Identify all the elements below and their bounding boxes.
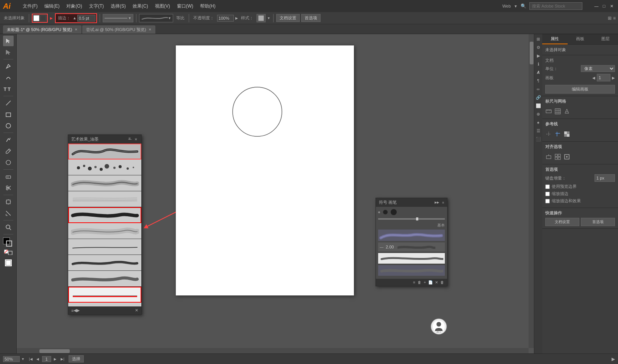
pen-slider-thumb[interactable] bbox=[416, 217, 418, 220]
opacity-arrow[interactable]: ▶ bbox=[235, 16, 238, 20]
side-icon-7[interactable]: ∞ bbox=[535, 86, 542, 92]
horizontal-scrollbar[interactable] bbox=[17, 348, 529, 353]
side-icon-9[interactable]: ⬜ bbox=[535, 102, 542, 109]
artboard-value[interactable] bbox=[597, 74, 610, 81]
guides-icon[interactable] bbox=[554, 131, 561, 137]
pen-footer-icon-4[interactable]: 📄 bbox=[428, 280, 433, 284]
stroke-color-swatch[interactable] bbox=[6, 241, 12, 247]
menu-text[interactable]: 文字(T) bbox=[86, 2, 107, 11]
horizontal-scroll-thumb[interactable] bbox=[39, 349, 70, 353]
tool-ellipse[interactable] bbox=[3, 120, 14, 131]
web-label[interactable]: Web bbox=[502, 4, 511, 8]
keyboard-increment-input[interactable] bbox=[595, 174, 615, 182]
menu-view[interactable]: 视图(V) bbox=[152, 2, 173, 11]
search-input[interactable] bbox=[529, 2, 582, 10]
prev-page-btn[interactable]: ◀ bbox=[35, 356, 41, 362]
zoom-dropdown[interactable]: ▼ bbox=[21, 357, 25, 361]
brush-item-9[interactable] bbox=[68, 271, 141, 287]
pen-dot-medium[interactable] bbox=[383, 210, 388, 214]
opacity-input[interactable] bbox=[217, 15, 234, 22]
menu-window[interactable]: 窗口(W) bbox=[174, 2, 196, 11]
tool-select[interactable] bbox=[3, 36, 14, 46]
vertical-scroll-thumb[interactable] bbox=[530, 42, 534, 64]
fill-swatch[interactable] bbox=[33, 15, 39, 21]
pen-footer-icon-5[interactable]: ✕ bbox=[435, 280, 438, 284]
tool-pen[interactable] bbox=[3, 61, 14, 72]
pen-size-value[interactable]: 2.00 bbox=[386, 245, 394, 249]
brush-item-5[interactable] bbox=[68, 207, 141, 223]
minimize-button[interactable]: — bbox=[593, 3, 600, 9]
grid-icon[interactable] bbox=[554, 108, 561, 115]
pen-dot-small[interactable] bbox=[378, 211, 380, 213]
brush-selector[interactable]: ▼ bbox=[139, 14, 173, 22]
style-swatch[interactable] bbox=[257, 14, 266, 22]
scale-effects-checkbox[interactable] bbox=[545, 199, 550, 203]
brush-item-7[interactable] bbox=[68, 239, 141, 255]
tool-curvature[interactable] bbox=[3, 72, 14, 83]
props-tab-properties[interactable]: 属性 bbox=[542, 34, 568, 44]
props-tab-layers[interactable]: 图层 bbox=[593, 34, 618, 44]
brush-item-4[interactable] bbox=[68, 191, 141, 207]
menu-object[interactable]: 对象(O) bbox=[63, 2, 85, 11]
tool-direct-select[interactable] bbox=[3, 47, 14, 58]
side-icon-2[interactable]: ⚙ bbox=[535, 44, 542, 51]
brush-list[interactable] bbox=[68, 144, 141, 306]
menu-icon[interactable]: ≡ bbox=[613, 16, 616, 21]
side-icon-5[interactable]: A bbox=[535, 69, 542, 76]
edit-artboard-btn[interactable]: 编辑画板 bbox=[545, 85, 615, 94]
stroke-swatch[interactable] bbox=[40, 15, 46, 21]
pen-footer-icon-3[interactable]: + bbox=[424, 280, 426, 284]
snap-to-document-icon[interactable] bbox=[563, 153, 570, 160]
round-corner-checkbox[interactable] bbox=[545, 192, 550, 196]
pen-footer-icon-6[interactable]: 🗑 bbox=[440, 280, 444, 284]
tab-0-close[interactable]: ✕ bbox=[75, 28, 78, 31]
tool-artboard[interactable] bbox=[3, 197, 14, 207]
artboard-next[interactable]: ▶ bbox=[612, 76, 615, 80]
zoom-input[interactable] bbox=[3, 356, 20, 362]
props-tab-artboard[interactable]: 画板 bbox=[568, 34, 593, 44]
preview-border-checkbox[interactable] bbox=[545, 184, 550, 189]
page-number[interactable] bbox=[42, 356, 51, 362]
doc-settings-btn[interactable]: 文档设置 bbox=[276, 14, 300, 22]
brush-item-3[interactable] bbox=[68, 175, 141, 191]
canvas-area[interactable]: 艺术效果_油墨 — ✕ ≡ bbox=[17, 34, 534, 353]
tool-blob-brush[interactable] bbox=[3, 157, 14, 168]
brush-selector-arrow[interactable]: ▼ bbox=[168, 16, 171, 20]
snap-to-grid-icon[interactable] bbox=[554, 153, 561, 160]
props-unit-select[interactable]: 像素 bbox=[581, 65, 615, 72]
tool-type[interactable]: T T bbox=[3, 84, 14, 94]
stroke-color-group[interactable] bbox=[32, 14, 48, 23]
tool-slice[interactable] bbox=[3, 208, 14, 219]
menu-help[interactable]: 帮助(H) bbox=[197, 2, 219, 11]
side-icon-11[interactable]: ♠ bbox=[535, 119, 542, 126]
close-button[interactable]: ✕ bbox=[608, 3, 615, 9]
tab-1-close[interactable]: ✕ bbox=[149, 28, 152, 31]
brush-prev-btn[interactable]: ◀ bbox=[74, 308, 77, 313]
brush-item-8[interactable] bbox=[68, 255, 141, 271]
restore-button[interactable]: □ bbox=[601, 3, 607, 9]
stroke-up-arrow[interactable]: ▲ bbox=[73, 16, 77, 20]
stroke-dropdown-arrow[interactable]: ▼ bbox=[128, 16, 131, 20]
brush-next-btn[interactable]: ▶ bbox=[77, 308, 80, 313]
snap-to-pixel-icon[interactable] bbox=[545, 153, 552, 160]
grid-perspective-icon[interactable] bbox=[563, 108, 570, 115]
artboard-selector[interactable]: 选择 bbox=[69, 355, 84, 362]
side-icon-6[interactable]: ¶ bbox=[535, 77, 542, 84]
brush-close-btn[interactable]: ✕ bbox=[135, 308, 138, 313]
side-icon-8[interactable]: 🔗 bbox=[535, 94, 542, 101]
tool-scissors[interactable] bbox=[3, 183, 14, 193]
menu-select[interactable]: 选择(S) bbox=[108, 2, 129, 11]
pen-dot-large[interactable] bbox=[391, 209, 397, 215]
arrange-icon[interactable]: ⊞ bbox=[608, 16, 612, 21]
pen-panel-menu[interactable]: ≡ bbox=[442, 201, 444, 205]
tool-line[interactable] bbox=[3, 98, 14, 108]
stroke-style-dropdown[interactable]: ▼ bbox=[103, 14, 133, 22]
pen-panel-header[interactable]: 符号 画笔 ▶▶ ≡ bbox=[376, 198, 447, 207]
pen-brush-row-selected[interactable] bbox=[378, 265, 445, 276]
artboard-prev[interactable]: ◀ bbox=[592, 76, 595, 80]
side-icon-4[interactable]: ℹ bbox=[535, 61, 542, 67]
transparency-grid-icon[interactable] bbox=[563, 131, 570, 137]
pen-footer-icon-2[interactable]: 🗑 bbox=[418, 280, 421, 284]
last-page-btn[interactable]: ▶| bbox=[59, 356, 66, 362]
tool-change-mode[interactable] bbox=[3, 258, 14, 268]
